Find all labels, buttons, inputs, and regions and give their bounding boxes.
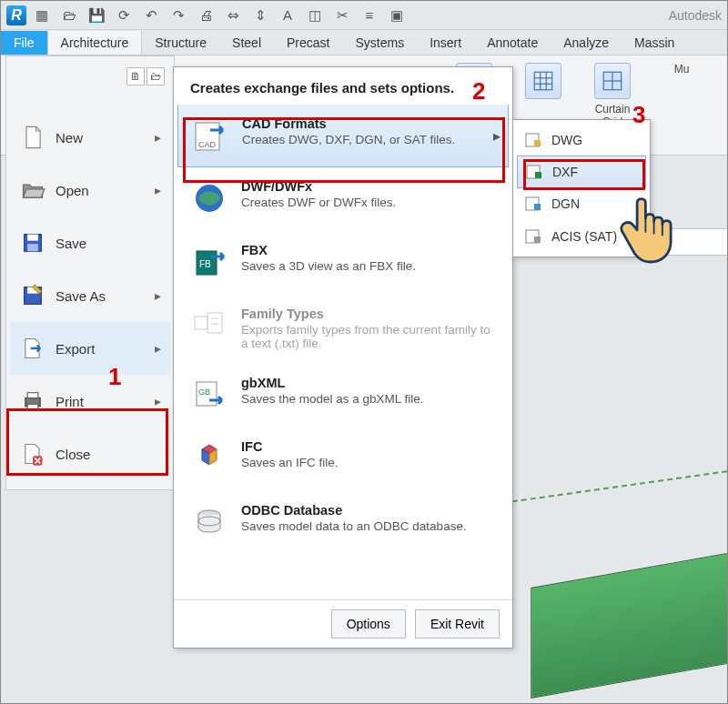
file-menu: 🗎 🗁 New ▸ Open ▸ Save Save As ▸ Export ▸… <box>5 55 175 490</box>
qat-print-icon[interactable]: 🖨 <box>194 4 217 27</box>
quick-access-toolbar: R ▦ 🗁 💾 ⟳ ↶ ↷ 🖨 ⇔ ⇕ A ◫ ✂ ≡ ▣ Autodesk <box>1 1 727 30</box>
file-menu-close[interactable]: Close <box>10 427 170 480</box>
file-menu-new-label: New <box>56 130 83 146</box>
export-family-title: Family Types <box>241 307 496 321</box>
dxf-icon <box>525 163 543 181</box>
dwg-icon <box>524 131 542 149</box>
open-docs-icon[interactable]: 🗁 <box>147 67 165 85</box>
new-icon <box>19 124 46 151</box>
export-item-cad[interactable]: CAD CAD Formats Creates DWG, DXF, DGN, o… <box>177 105 509 167</box>
cursor-hand-icon <box>616 190 683 267</box>
curtain-grid-icon <box>594 63 631 99</box>
cad-sub-dxf-label: DXF <box>552 165 578 179</box>
file-menu-saveas-label: Save As <box>56 288 106 304</box>
file-menu-open[interactable]: Open ▸ <box>10 164 170 216</box>
qat-save-icon[interactable]: 💾 <box>85 4 108 27</box>
tab-systems[interactable]: Systems <box>342 31 417 55</box>
chevron-right-icon: ▸ <box>493 127 500 145</box>
options-button[interactable]: Options <box>331 609 406 639</box>
file-menu-save-label: Save <box>56 236 86 251</box>
ribbon-tabs: File Architecture Structure Steel Precas… <box>1 30 727 55</box>
cad-icon: CAD <box>191 116 229 155</box>
export-item-fbx[interactable]: FB FBX Saves a 3D view as an FBX file. <box>174 230 512 294</box>
dwf-icon <box>190 179 228 217</box>
export-ifc-desc: Saves an IFC file. <box>241 456 339 469</box>
tab-steel[interactable]: Steel <box>219 31 274 55</box>
odbc-icon <box>190 503 228 541</box>
tab-analyze[interactable]: Analyze <box>551 31 622 55</box>
export-odbc-desc: Saves model data to an ODBC database. <box>241 519 467 533</box>
export-item-family[interactable]: Family Types Exports family types from t… <box>174 294 512 363</box>
svg-rect-11 <box>27 244 38 251</box>
export-cad-desc: Creates DWG, DXF, DGN, or SAT files. <box>242 133 455 146</box>
qat-text-icon[interactable]: A <box>276 4 299 27</box>
recent-docs-icon[interactable]: 🗎 <box>126 67 145 85</box>
svg-text:CAD: CAD <box>198 140 217 149</box>
viewport-canvas <box>511 274 728 704</box>
svg-rect-34 <box>535 172 541 178</box>
annotation-number-1: 1 <box>108 363 121 391</box>
revit-logo-icon: R <box>6 5 26 25</box>
file-menu-print-label: Print <box>56 394 84 409</box>
tab-file[interactable]: File <box>1 31 47 55</box>
export-dwf-title: DWF/DWFx <box>241 179 396 194</box>
qat-redo-icon[interactable]: ↷ <box>167 4 190 27</box>
svg-rect-10 <box>27 235 38 241</box>
ribbon-btn-mullion[interactable]: Mu <box>654 63 709 128</box>
tab-massing[interactable]: Massin <box>622 31 687 55</box>
qat-sync-icon[interactable]: ⟳ <box>112 4 136 27</box>
qat-section-icon[interactable]: ✂ <box>330 4 354 27</box>
export-fbx-desc: Saves a 3D view as an FBX file. <box>241 259 416 273</box>
annotation-number-2: 2 <box>472 77 485 106</box>
qat-switch-icon[interactable]: ▣ <box>385 4 409 27</box>
svg-rect-23 <box>195 317 207 329</box>
qat-measure-icon[interactable]: ⇔ <box>221 4 245 27</box>
qat-open-icon[interactable]: 🗁 <box>57 4 81 27</box>
chevron-right-icon: ▸ <box>155 341 161 356</box>
cad-sub-acis-label: ACIS (SAT) <box>551 229 617 244</box>
dgn-icon <box>524 195 542 213</box>
qat-dim-icon[interactable]: ⇕ <box>248 4 272 27</box>
qat-undo-icon[interactable]: ↶ <box>139 4 163 27</box>
file-menu-export-label: Export <box>56 341 95 357</box>
tab-insert[interactable]: Insert <box>417 31 474 55</box>
exit-revit-button[interactable]: Exit Revit <box>415 609 500 639</box>
export-item-dwf[interactable]: DWF/DWFx Creates DWF or DWFx files. <box>174 166 512 230</box>
tab-architecture[interactable]: Architecture <box>47 31 143 55</box>
export-gbxml-title: gbXML <box>241 376 424 390</box>
tab-precast[interactable]: Precast <box>274 31 342 55</box>
fbx-icon: FB <box>190 243 228 281</box>
chevron-right-icon: ▸ <box>155 288 161 303</box>
tab-structure[interactable]: Structure <box>142 31 219 55</box>
tab-annotate[interactable]: Annotate <box>474 31 551 55</box>
file-menu-saveas[interactable]: Save As ▸ <box>10 269 170 322</box>
qat-home-icon[interactable]: ▦ <box>30 4 54 27</box>
svg-rect-24 <box>207 313 222 333</box>
file-menu-save[interactable]: Save <box>10 216 170 269</box>
export-fbx-title: FBX <box>241 243 416 257</box>
qat-thin-icon[interactable]: ≡ <box>358 4 381 27</box>
qat-3d-icon[interactable]: ◫ <box>303 4 327 27</box>
brand-label: Autodesk <box>669 8 722 23</box>
chevron-right-icon: ▸ <box>155 130 161 145</box>
file-menu-export[interactable]: Export ▸ <box>10 322 170 375</box>
svg-text:GB: GB <box>198 387 210 397</box>
cad-sub-dxf[interactable]: DXF <box>517 156 646 188</box>
export-item-ifc[interactable]: IFC Saves an IFC file. <box>174 427 512 490</box>
export-item-gbxml[interactable]: GB gbXML Saves the model as a gbXML file… <box>174 363 512 427</box>
file-menu-print[interactable]: Print ▸ <box>10 375 170 427</box>
export-submenu-heading: Creates exchange files and sets options. <box>174 67 512 105</box>
export-icon <box>19 335 46 362</box>
cad-sub-dwg-label: DWG <box>551 133 582 147</box>
svg-rect-1 <box>534 72 552 90</box>
family-icon <box>190 307 228 345</box>
export-submenu: Creates exchange files and sets options.… <box>173 66 513 649</box>
export-cad-title: CAD Formats <box>242 116 455 131</box>
export-item-odbc[interactable]: ODBC Database Saves model data to an ODB… <box>174 490 512 554</box>
cad-sub-dwg[interactable]: DWG <box>513 124 650 156</box>
file-menu-new[interactable]: New ▸ <box>10 111 170 164</box>
svg-rect-36 <box>534 204 541 210</box>
chevron-right-icon: ▸ <box>155 394 161 408</box>
export-dwf-desc: Creates DWF or DWFx files. <box>241 196 396 209</box>
curtain-sys-icon <box>525 63 561 99</box>
